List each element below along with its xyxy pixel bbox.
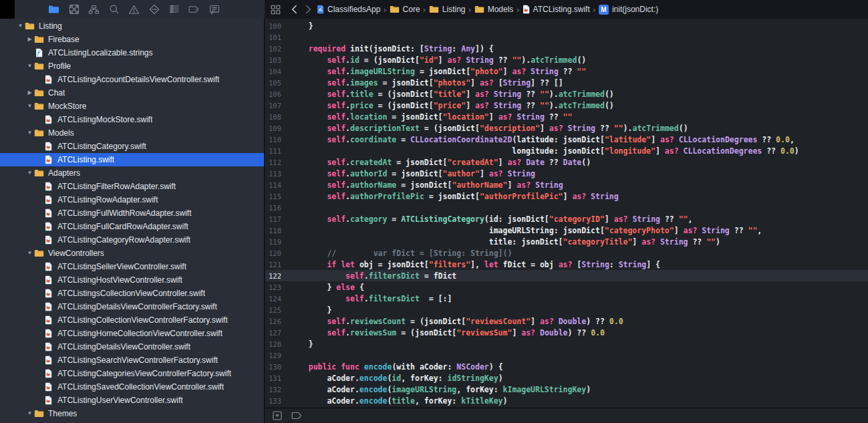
code-line[interactable]: 116 <box>265 202 868 213</box>
related-items-icon[interactable] <box>271 5 281 15</box>
tree-file-row[interactable]: ATCListingSellerViewController.swift <box>0 260 264 273</box>
tree-file-row[interactable]: ATCListingLocalizable.strings <box>0 46 264 59</box>
disclosure-triangle-icon[interactable]: ▶ <box>26 86 33 100</box>
chevron-back-icon[interactable] <box>291 5 297 14</box>
code-line[interactable]: 101 <box>265 31 868 43</box>
source-editor[interactable]: 100 }101102 required init(jsonDict: [Str… <box>265 19 868 408</box>
report-navigator-icon[interactable] <box>208 4 220 15</box>
line-number[interactable]: 123 <box>265 283 290 291</box>
code-line[interactable]: 114 self.authorName = jsonDict["authorNa… <box>265 179 868 190</box>
line-number[interactable]: 101 <box>265 33 290 41</box>
code-line[interactable]: 131 aCoder.encode(id, forKey: idStringKe… <box>265 372 868 384</box>
code-line[interactable]: 105 self.images = jsonDict["photos"] as?… <box>265 77 868 88</box>
tree-group-row[interactable]: ▼Adapters <box>0 166 264 180</box>
breadcrumb-item[interactable]: Listing <box>429 5 466 14</box>
code-line[interactable]: 112 self.createdAt = jsonDict["createdAt… <box>265 156 868 168</box>
disclosure-triangle-icon[interactable]: ▼ <box>26 126 33 140</box>
tree-file-row[interactable]: ATCListingHostViewController.swift <box>0 273 264 287</box>
code-line[interactable]: 103 self.id = (jsonDict["id"] as? String… <box>265 54 868 65</box>
tree-file-row[interactable]: ATCListingFilterRowAdapter.swift <box>0 180 264 193</box>
line-number[interactable]: 131 <box>265 374 290 382</box>
line-number[interactable]: 105 <box>265 79 290 87</box>
tree-file-row[interactable]: ATCListingSearchViewControllerFactory.sw… <box>0 354 264 367</box>
code-line[interactable]: 133 aCoder.encode(title, forKey: kTitleK… <box>265 395 868 406</box>
tree-file-row[interactable]: ATCListingFullWidthRowAdapter.swift <box>0 206 264 220</box>
code-line[interactable]: 115 self.authorProfilePic = jsonDict["au… <box>265 190 868 202</box>
line-number[interactable]: 127 <box>265 329 290 337</box>
code-line[interactable]: 125 } <box>265 304 868 315</box>
line-number[interactable]: 122 <box>265 272 290 280</box>
line-number[interactable]: 113 <box>265 170 290 178</box>
code-line[interactable]: 104 self.imageURLString = jsonDict["phot… <box>265 65 868 77</box>
code-line[interactable]: 102 required init(jsonDict: [String: Any… <box>265 43 868 54</box>
disclosure-triangle-icon[interactable]: ▼ <box>26 407 33 420</box>
line-number[interactable]: 120 <box>265 249 290 257</box>
code-line[interactable]: 128 } <box>265 338 868 349</box>
breakpoint-icon[interactable] <box>291 412 302 420</box>
breakpoint-navigator-icon[interactable] <box>188 4 200 15</box>
project-navigator-tree[interactable]: ▼Listing▶FirebaseATCListingLocalizable.s… <box>0 19 265 423</box>
tree-group-row[interactable]: ▼Themes <box>0 407 264 420</box>
tree-file-row[interactable]: ATCListingUserViewController.swift <box>0 394 264 407</box>
tree-file-row[interactable]: ATCListingSavedCollectionViewController.… <box>0 380 264 394</box>
code-line[interactable]: 119 title: jsonDict["categoryTitle"] as?… <box>265 236 868 247</box>
issue-navigator-icon[interactable] <box>128 4 140 15</box>
tree-group-row[interactable]: ▼MockStore <box>0 100 264 113</box>
code-line[interactable]: 117 self.category = ATCListingCategory(i… <box>265 213 868 225</box>
tree-group-row[interactable]: ▶Firebase <box>0 33 264 46</box>
line-number[interactable]: 115 <box>265 192 290 200</box>
tree-file-row[interactable]: ATCListingRowAdapter.swift <box>0 193 264 206</box>
line-number[interactable]: 109 <box>265 124 290 132</box>
code-line[interactable]: 120 // var fDict = [String: String]() <box>265 247 868 259</box>
line-number[interactable]: 132 <box>265 386 290 394</box>
debug-navigator-icon[interactable] <box>168 4 180 15</box>
tree-file-row[interactable]: ATCListingFullCardRowAdapter.swift <box>0 220 264 233</box>
tree-group-row[interactable]: ▼ViewControllers <box>0 247 264 260</box>
line-number[interactable]: 124 <box>265 295 290 303</box>
tree-file-row[interactable]: ATCListingAccountDetailsViewController.s… <box>0 73 264 86</box>
tree-file-row[interactable]: ATCListingsCollectionViewController.swif… <box>0 287 264 300</box>
line-number[interactable]: 112 <box>265 158 290 166</box>
symbol-navigator-icon[interactable] <box>88 4 100 15</box>
code-line[interactable]: 121 if let obj = jsonDict["filters"], le… <box>265 259 868 270</box>
tree-file-row[interactable]: ATCListingDetailsViewControllerFactory.s… <box>0 300 264 313</box>
code-line[interactable]: 108 self.location = jsonDict["location"]… <box>265 111 868 122</box>
line-number[interactable]: 116 <box>265 204 290 212</box>
project-navigator-icon[interactable] <box>48 4 59 15</box>
line-number[interactable]: 117 <box>265 215 290 223</box>
tree-group-row[interactable]: ▼Listing <box>0 19 264 33</box>
line-number[interactable]: 110 <box>265 136 290 144</box>
line-number[interactable]: 100 <box>265 22 290 30</box>
line-number[interactable]: 104 <box>265 67 290 76</box>
line-number[interactable]: 103 <box>265 56 290 64</box>
code-line[interactable]: 110 self.coordinate = CLLocationCoordina… <box>265 134 868 145</box>
tree-file-row[interactable]: ATCListingCategory.swift <box>0 140 264 153</box>
disclosure-triangle-icon[interactable]: ▼ <box>26 100 33 113</box>
disclosure-triangle-icon[interactable]: ▶ <box>26 33 33 46</box>
line-number[interactable]: 130 <box>265 363 290 371</box>
tree-file-row[interactable]: ATCListing.swift <box>0 153 264 166</box>
code-line-current[interactable]: 122 self.filtersDict = fDict <box>265 270 868 281</box>
line-number[interactable]: 108 <box>265 113 290 121</box>
tree-group-row[interactable]: ▶Chat <box>0 86 264 100</box>
breadcrumb-item[interactable]: Minit(jsonDict:) <box>599 5 658 15</box>
line-number[interactable]: 118 <box>265 227 290 235</box>
tree-file-row[interactable]: ATCListingMockStore.swift <box>0 113 264 126</box>
tree-group-row[interactable]: ▼Profile <box>0 59 264 73</box>
line-number[interactable]: 111 <box>265 147 290 155</box>
tree-file-row[interactable]: ATCListingCategoryRowAdapter.swift <box>0 233 264 247</box>
line-number[interactable]: 125 <box>265 306 290 314</box>
breadcrumb-item[interactable]: ATCListing.swift <box>523 5 590 14</box>
disclosure-triangle-icon[interactable]: ▼ <box>17 19 24 33</box>
line-number[interactable]: 126 <box>265 317 290 325</box>
find-navigator-icon[interactable] <box>108 4 120 15</box>
code-line[interactable]: 129 <box>265 349 868 361</box>
code-line[interactable]: 109 self.descriptionText = (jsonDict["de… <box>265 122 868 134</box>
breadcrumb-item[interactable]: Models <box>474 5 514 14</box>
line-number[interactable]: 106 <box>265 90 290 98</box>
line-number[interactable]: 121 <box>265 261 290 269</box>
code-line[interactable]: 100 } <box>265 20 868 31</box>
line-number[interactable]: 119 <box>265 238 290 246</box>
code-line[interactable]: 127 self.reviewsSum = (jsonDict["reviews… <box>265 327 868 338</box>
code-line[interactable]: 132 aCoder.encode(imageURLString, forKey… <box>265 384 868 395</box>
